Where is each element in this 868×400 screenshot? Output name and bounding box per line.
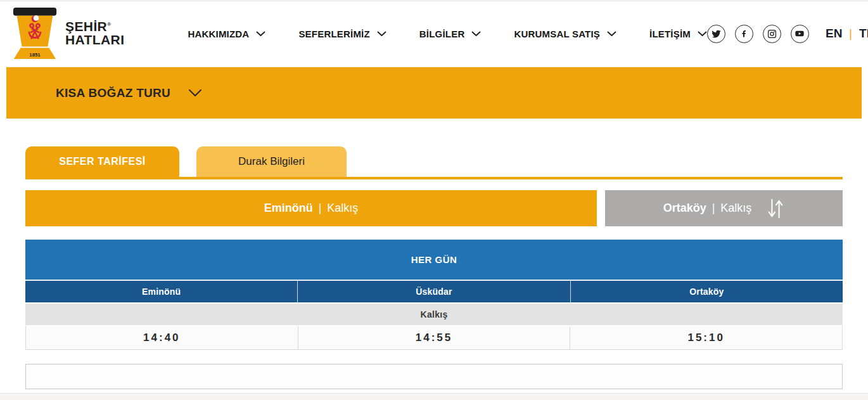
nav-label: KURUMSAL SATIŞ: [514, 29, 600, 39]
chevron-down-icon: [188, 89, 202, 97]
section-label-kalkis: Kalkış: [25, 302, 843, 325]
lang-en[interactable]: EN: [826, 27, 842, 41]
nav-label: SEFERLERİMİZ: [298, 29, 369, 39]
chevron-down-icon: [471, 31, 481, 37]
nav-label: HAKKIMIZDA: [188, 29, 249, 39]
nav-label: BİLGİLER: [419, 29, 465, 39]
brand-logo[interactable]: 1851 ŞEHİR® HATLARI: [10, 7, 124, 60]
lang-tr[interactable]: TR: [859, 27, 868, 41]
empty-panel: [25, 364, 843, 389]
facebook-icon: [739, 29, 748, 38]
logo-year: 1851: [29, 52, 41, 58]
route-title: KISA BOĞAZ TURU: [56, 86, 170, 100]
direction-station: Ortaköy: [663, 202, 706, 215]
direction-ortakoy-kalkis-button[interactable]: Ortaköy | Kalkış: [605, 190, 843, 226]
youtube-link[interactable]: [791, 25, 809, 43]
schedule-table: HER GÜN Eminönü Üsküdar Ortaköy Kalkış 1…: [25, 240, 843, 350]
times-row: 14:40 14:55 15:10: [25, 325, 843, 350]
youtube-icon: [795, 29, 805, 39]
direction-divider: |: [712, 202, 715, 215]
content: SEFER TARİFESİ Durak Bilgileri Eminönü |…: [25, 146, 843, 389]
direction-station: Eminönü: [264, 202, 313, 215]
chevron-down-icon: [256, 31, 265, 37]
registered-mark: ®: [107, 22, 111, 27]
chevron-down-icon: [698, 31, 707, 37]
nav-item-hakkimizda[interactable]: HAKKIMIZDA: [188, 29, 265, 39]
brand-name: ŞEHİR® HATLARI: [65, 20, 124, 46]
column-header-row: Eminönü Üsküdar Ortaköy: [25, 280, 843, 302]
day-group-header: HER GÜN: [25, 240, 843, 280]
chevron-down-icon: [607, 31, 616, 37]
direction-type: Kalkış: [327, 202, 358, 215]
nav-item-kurumsal-satis[interactable]: KURUMSAL SATIŞ: [514, 29, 616, 39]
language-switcher: EN | TR: [826, 27, 868, 41]
nav-item-iletisim[interactable]: İLETİŞİM: [649, 29, 707, 39]
brand-name-line1: ŞEHİR®: [65, 20, 124, 34]
brand-name-line2: HATLARI: [65, 34, 124, 47]
tabs: SEFER TARİFESİ Durak Bilgileri: [25, 146, 843, 179]
swap-direction-arrows-icon: [767, 198, 784, 219]
route-selector-banner[interactable]: KISA BOĞAZ TURU: [6, 67, 862, 119]
brand-word-sehir: ŞEHİR: [65, 19, 107, 34]
twitter-icon: [712, 29, 721, 39]
twitter-link[interactable]: [707, 25, 725, 43]
direction-type: Kalkış: [720, 202, 751, 215]
tab-durak-bilgileri[interactable]: Durak Bilgileri: [196, 146, 347, 177]
lang-divider: |: [849, 27, 852, 41]
column-header-ortakoy: Ortaköy: [571, 281, 843, 302]
site-header: 1851 ŞEHİR® HATLARI HAKKIMIZDA SEFERLERİ…: [0, 2, 868, 65]
sehir-hatlari-funnel-logo-icon: 1851: [10, 7, 60, 60]
direction-buttons: Eminönü | Kalkış Ortaköy | Kalkış: [25, 190, 843, 226]
instagram-link[interactable]: [763, 25, 781, 43]
direction-divider: |: [319, 202, 322, 215]
social-links: [707, 25, 809, 43]
facebook-link[interactable]: [735, 25, 753, 43]
time-cell-ortakoy: 15:10: [570, 326, 842, 349]
time-cell-uskudar: 14:55: [298, 326, 571, 349]
main-nav: HAKKIMIZDA SEFERLERİMİZ BİLGİLER KURUMSA…: [188, 29, 707, 39]
tab-sefer-tarifesi[interactable]: SEFER TARİFESİ: [25, 146, 179, 177]
time-cell-eminonu: 14:40: [26, 326, 298, 349]
column-header-eminonu: Eminönü: [25, 281, 298, 302]
chevron-down-icon: [377, 31, 386, 37]
instagram-icon: [767, 29, 777, 39]
nav-item-seferlerimiz[interactable]: SEFERLERİMİZ: [298, 29, 386, 39]
direction-eminonu-kalkis-button[interactable]: Eminönü | Kalkış: [25, 190, 597, 226]
column-header-uskudar: Üsküdar: [298, 281, 570, 302]
nav-item-bilgiler[interactable]: BİLGİLER: [419, 29, 482, 39]
nav-label: İLETİŞİM: [649, 29, 691, 39]
footer-strip: [0, 393, 868, 400]
